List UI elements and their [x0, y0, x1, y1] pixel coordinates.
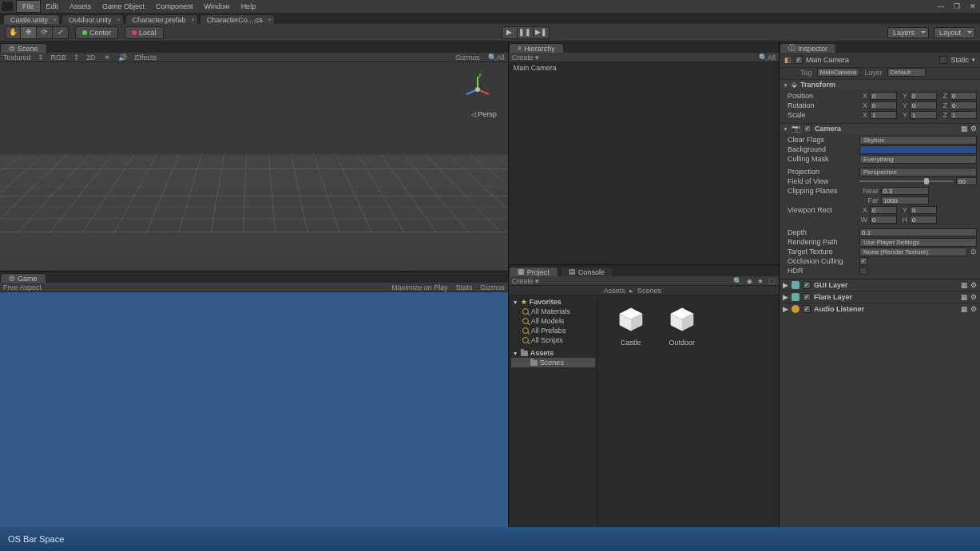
- object-picker-icon[interactable]: ⊙: [970, 248, 977, 256]
- help-icon[interactable]: ▦: [961, 281, 968, 289]
- star-filter-icon[interactable]: ★: [757, 277, 764, 285]
- scl-x[interactable]: [870, 111, 897, 119]
- background-color[interactable]: [859, 145, 977, 154]
- scene-search[interactable]: 🔍All: [488, 54, 505, 61]
- project-tree[interactable]: ▼★Favorites All Materials All Models All…: [509, 295, 598, 527]
- fov-slider[interactable]: [859, 180, 953, 182]
- tag-dropdown[interactable]: MainCamera: [817, 68, 860, 77]
- cullmask-dropdown[interactable]: Everything: [859, 155, 977, 164]
- asset-castle[interactable]: Castle: [616, 305, 646, 517]
- gear-icon[interactable]: ⚙: [970, 293, 977, 301]
- scale-tool[interactable]: ⤢: [53, 26, 69, 39]
- hierarchy-create[interactable]: Create ▾: [512, 54, 540, 61]
- layout-dropdown[interactable]: Layout: [934, 27, 975, 38]
- rotate-tool[interactable]: ⟳: [37, 26, 53, 39]
- step-button[interactable]: ▶❚: [534, 26, 550, 39]
- rot-x[interactable]: [870, 101, 897, 109]
- project-search[interactable]: 🔍: [733, 277, 742, 285]
- close-icon[interactable]: ×: [191, 16, 195, 23]
- tree-assets[interactable]: ▼Assets: [511, 348, 595, 358]
- tree-fav-scripts[interactable]: All Scripts: [511, 335, 595, 345]
- scl-z[interactable]: [950, 111, 977, 119]
- far-value[interactable]: [881, 196, 929, 204]
- maximize-toggle[interactable]: Maximize on Play: [391, 283, 448, 291]
- filter-icon[interactable]: ◆: [747, 277, 752, 285]
- window-minimize-icon[interactable]: —: [935, 2, 946, 11]
- window-maximize-icon[interactable]: ❐: [951, 2, 962, 11]
- console-tab[interactable]: ▤Console: [560, 267, 613, 276]
- window-close-icon[interactable]: ✕: [967, 2, 978, 11]
- persp-label[interactable]: ◁ Persp: [471, 110, 497, 118]
- audio-toggle[interactable]: 🔊: [118, 54, 127, 61]
- flarelayer-component[interactable]: ▶✓Flare Layer▦⚙: [780, 291, 980, 303]
- rot-y[interactable]: [910, 101, 937, 109]
- menu-gameobject[interactable]: Game Object: [97, 0, 150, 13]
- hand-tool[interactable]: ✋: [5, 26, 21, 39]
- file-tab-charactercs[interactable]: CharacterCo....cs×: [200, 14, 275, 24]
- hierarchy-tab[interactable]: ≡Hierarchy: [509, 43, 564, 53]
- gear-icon[interactable]: ⚙: [970, 305, 977, 313]
- foldout-icon[interactable]: ▼: [783, 126, 788, 132]
- audiolistener-component[interactable]: ▶✓Audio Listener▦⚙: [780, 303, 980, 315]
- component-enable[interactable]: ✓: [803, 293, 811, 301]
- file-tab-character[interactable]: Character.prefab×: [125, 14, 198, 24]
- gear-icon[interactable]: ⚙: [970, 125, 977, 133]
- menu-assets[interactable]: Assets: [64, 0, 97, 13]
- depth-value[interactable]: [859, 228, 977, 236]
- clearflags-dropdown[interactable]: Skybox: [859, 136, 977, 145]
- gear-icon[interactable]: ⚙: [970, 281, 977, 289]
- stats-toggle[interactable]: Stats: [456, 283, 473, 291]
- tree-fav-prefabs[interactable]: All Prefabs: [511, 326, 595, 335]
- save-search-icon[interactable]: ⬚: [768, 277, 776, 285]
- game-gizmos[interactable]: Gizmos: [480, 283, 505, 291]
- static-checkbox[interactable]: [939, 56, 947, 64]
- inspector-tab[interactable]: ⓘInspector: [780, 43, 836, 53]
- hierarchy-item-main-camera[interactable]: Main Camera: [514, 64, 774, 72]
- crumb-scenes[interactable]: Scenes: [637, 287, 661, 295]
- menu-file[interactable]: File: [16, 0, 41, 13]
- project-tab[interactable]: ▦Project: [509, 267, 558, 276]
- pos-z[interactable]: [950, 92, 977, 100]
- layers-dropdown[interactable]: Layers: [887, 27, 929, 38]
- rot-z[interactable]: [950, 101, 977, 109]
- tree-favorites[interactable]: ▼★Favorites: [511, 297, 595, 307]
- close-icon[interactable]: ×: [268, 16, 272, 23]
- projection-dropdown[interactable]: Perspective: [859, 168, 977, 176]
- enabled-checkbox[interactable]: ✓: [795, 56, 803, 64]
- foldout-icon[interactable]: ▶: [783, 293, 788, 301]
- project-assets-grid[interactable]: Castle Outdoor: [598, 295, 779, 527]
- menu-component[interactable]: Component: [150, 0, 199, 13]
- vp-h[interactable]: [910, 216, 937, 224]
- file-tab-outdoor[interactable]: Outdoor.unity×: [61, 14, 124, 24]
- 2d-toggle[interactable]: 2D: [86, 54, 96, 61]
- pause-button[interactable]: ❚❚: [518, 26, 534, 39]
- occlusion-checkbox[interactable]: ✓: [859, 257, 867, 265]
- targettex-field[interactable]: None (Render Texture): [859, 248, 967, 256]
- effects-dropdown[interactable]: Effects: [135, 54, 157, 61]
- component-enable[interactable]: ✓: [803, 281, 811, 289]
- game-tab[interactable]: ◎Game: [0, 273, 46, 283]
- component-enable[interactable]: ✓: [803, 305, 811, 313]
- scene-tab[interactable]: ◎Scene: [0, 43, 47, 53]
- foldout-icon[interactable]: ▶: [783, 305, 788, 313]
- vp-x[interactable]: [870, 206, 897, 214]
- hierarchy-search[interactable]: 🔍All: [759, 54, 776, 61]
- orientation-gizmo[interactable]: y: [462, 73, 494, 105]
- pivot-toggle[interactable]: Center: [75, 26, 118, 39]
- render-mode[interactable]: Textured: [3, 54, 31, 61]
- aspect-dropdown[interactable]: Free Aspect: [3, 283, 42, 291]
- crumb-assets[interactable]: Assets: [604, 287, 625, 295]
- play-button[interactable]: ▶: [502, 26, 518, 39]
- tree-scenes[interactable]: Scenes: [511, 358, 595, 367]
- tree-fav-materials[interactable]: All Materials: [511, 307, 595, 316]
- layer-dropdown[interactable]: Default: [887, 68, 926, 77]
- hdr-checkbox[interactable]: [859, 267, 867, 275]
- close-icon[interactable]: ×: [117, 16, 121, 23]
- scene-view[interactable]: y ◁ Persp: [0, 62, 508, 271]
- fov-value[interactable]: [956, 177, 977, 185]
- pos-y[interactable]: [910, 92, 937, 100]
- move-tool[interactable]: ✥: [21, 26, 37, 39]
- file-tab-castle[interactable]: Castle.unity×: [3, 14, 60, 24]
- space-toggle[interactable]: Local: [125, 26, 164, 39]
- os-taskbar[interactable]: OS Bar Space: [0, 527, 980, 551]
